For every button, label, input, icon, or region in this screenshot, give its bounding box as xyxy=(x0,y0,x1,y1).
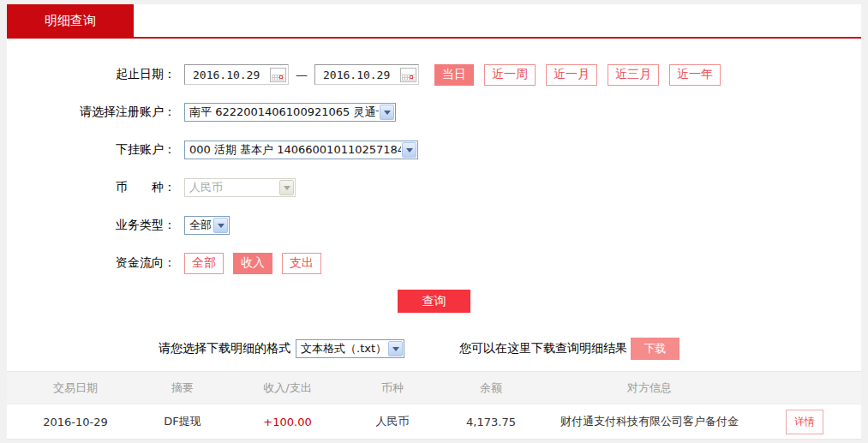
business-type-select[interactable]: 全部 xyxy=(184,216,230,235)
cell-summary: DF提现 xyxy=(144,414,221,429)
quick-range-button-week[interactable]: 近一周 xyxy=(484,64,536,86)
cell-counterparty: 财付通支付科技有限公司客户备付金 xyxy=(551,414,748,429)
header-counterparty: 对方信息 xyxy=(551,380,748,396)
register-account-value: 南平 6222001406100921065 灵通卡 xyxy=(189,105,379,120)
end-date-input[interactable]: 2016.10.29 xyxy=(314,64,419,85)
start-date-value[interactable]: 2016.10.29 xyxy=(193,69,260,81)
quick-range-group: 当日 近一周 近一月 近三月 近一年 xyxy=(434,64,721,86)
tab-bar: 明细查询 xyxy=(7,4,861,37)
currency-value: 人民币 xyxy=(189,180,223,195)
currency-label: 币 种： xyxy=(7,180,176,195)
quick-range-button-quarter[interactable]: 近三月 xyxy=(608,64,659,86)
download-hint: 您可以在这里下载查询明细结果 xyxy=(459,341,627,356)
chevron-down-icon[interactable] xyxy=(380,105,394,120)
download-row: 请您选择下载明细的格式 文本格式（.txt） 您可以在这里下载查询明细结果 下载 xyxy=(7,338,861,360)
cell-balance: 4,173.75 xyxy=(431,416,551,428)
start-date-input[interactable]: 2016.10.29 xyxy=(184,64,289,85)
quick-range-button-month[interactable]: 近一月 xyxy=(546,64,597,86)
register-account-label: 请选择注册账户： xyxy=(7,105,176,120)
sub-account-row: 下挂账户： 000 活期 基本户 1406600101102571848 xyxy=(7,139,861,161)
sub-account-label: 下挂账户： xyxy=(7,142,176,158)
sub-account-value: 000 活期 基本户 1406600101102571848 xyxy=(189,142,401,158)
download-format-label: 请您选择下载明细的格式 xyxy=(159,341,290,356)
download-button[interactable]: 下载 xyxy=(631,338,679,360)
business-type-value: 全部 xyxy=(189,218,212,233)
cell-amount: +100.00 xyxy=(221,416,354,428)
sub-account-select[interactable]: 000 活期 基本户 1406600101102571848 xyxy=(184,141,418,159)
download-format-select[interactable]: 文本格式（.txt） xyxy=(296,339,404,358)
business-type-row: 业务类型： 全部 xyxy=(7,214,861,236)
currency-select: 人民币 xyxy=(184,178,296,197)
detail-query-panel: 明细查询 起止日期： 2016.10.29 — 2016.10.29 xyxy=(7,4,861,439)
date-range-separator: — xyxy=(296,68,308,81)
quick-range-button-today[interactable]: 当日 xyxy=(434,64,474,86)
date-range-row: 起止日期： 2016.10.29 — 2016.10.29 xyxy=(7,63,861,86)
cell-currency: 人民币 xyxy=(354,414,431,429)
chevron-down-icon[interactable] xyxy=(213,218,228,233)
table-row: 2016-10-29 DF提现 +100.00 人民币 4,173.75 财付通… xyxy=(7,404,861,440)
chevron-down-icon[interactable] xyxy=(388,341,403,356)
calendar-icon[interactable] xyxy=(270,68,286,82)
calendar-icon[interactable] xyxy=(400,68,416,82)
fund-flow-group: 全部 收入 支出 xyxy=(184,253,321,274)
query-button[interactable]: 查询 xyxy=(398,290,470,313)
detail-button[interactable]: 详情 xyxy=(786,410,823,434)
header-income-expense: 收入/支出 xyxy=(221,380,354,396)
quick-range-button-year[interactable]: 近一年 xyxy=(669,64,721,86)
tab-detail-query[interactable]: 明细查询 xyxy=(7,4,134,37)
fund-flow-button-expense[interactable]: 支出 xyxy=(282,253,321,274)
query-form: 起止日期： 2016.10.29 — 2016.10.29 xyxy=(7,39,861,360)
fund-flow-row: 资金流向： 全部 收入 支出 xyxy=(7,252,861,274)
result-table: 交易日期 摘要 收入/支出 币种 余额 对方信息 2016-10-29 DF提现… xyxy=(7,371,861,440)
fund-flow-button-income[interactable]: 收入 xyxy=(233,253,272,274)
header-balance: 余额 xyxy=(431,380,551,396)
register-account-select[interactable]: 南平 6222001406100921065 灵通卡 xyxy=(184,103,396,122)
business-type-label: 业务类型： xyxy=(7,218,176,233)
header-summary: 摘要 xyxy=(144,380,221,396)
cell-trade-date: 2016-10-29 xyxy=(7,416,144,428)
download-format-value: 文本格式（.txt） xyxy=(301,341,386,356)
register-account-row: 请选择注册账户： 南平 6222001406100921065 灵通卡 xyxy=(7,101,861,123)
header-trade-date: 交易日期 xyxy=(7,380,144,396)
chevron-down-icon[interactable] xyxy=(402,142,416,158)
currency-row: 币 种： 人民币 xyxy=(7,177,861,199)
header-currency: 币种 xyxy=(354,380,431,396)
fund-flow-label: 资金流向： xyxy=(7,255,176,271)
table-header-row: 交易日期 摘要 收入/支出 币种 余额 对方信息 xyxy=(7,371,861,404)
chevron-down-icon xyxy=(279,180,294,195)
fund-flow-button-all[interactable]: 全部 xyxy=(184,253,224,274)
date-range-label: 起止日期： xyxy=(7,67,176,82)
end-date-value[interactable]: 2016.10.29 xyxy=(323,69,390,81)
